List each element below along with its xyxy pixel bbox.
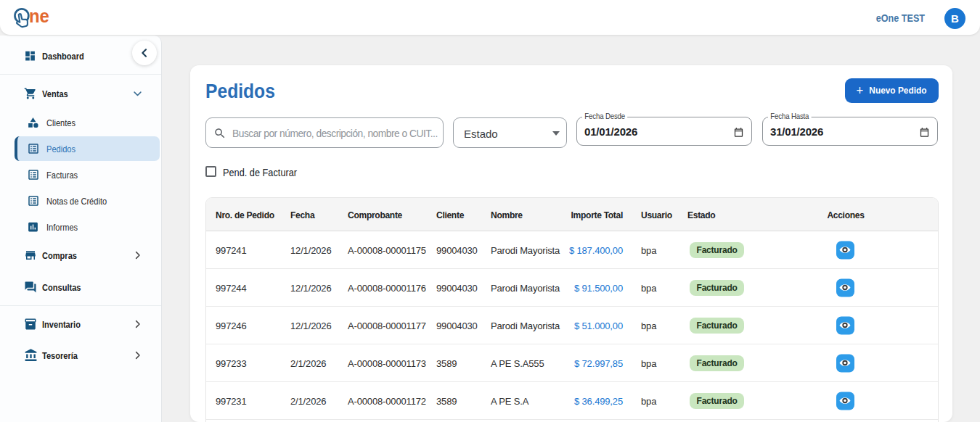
svg-text:ne: ne	[29, 5, 49, 26]
